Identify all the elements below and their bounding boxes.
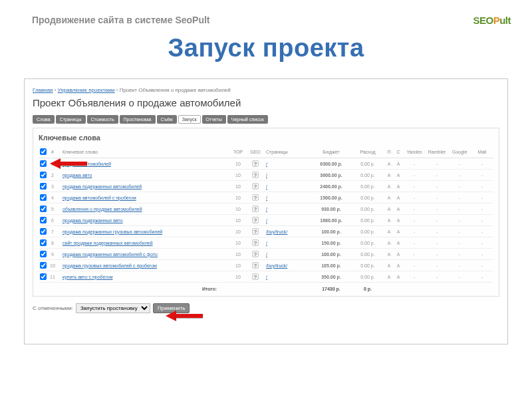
row-checkbox[interactable] (40, 160, 47, 167)
keyword-link[interactable]: продажа автомобилей с пробегом (63, 196, 136, 200)
row-number: 5 (48, 203, 57, 215)
totals-label: Итого: (39, 283, 230, 294)
row-checkbox[interactable] (40, 172, 47, 178)
geo-help-icon[interactable]: ? (252, 172, 259, 178)
row-top: 10 (230, 271, 246, 283)
row-checkbox[interactable] (40, 273, 47, 280)
seopult-logo: SEOPult (473, 15, 511, 26)
row-c: А (394, 271, 403, 283)
row-mail: - (471, 271, 493, 283)
page-link[interactable]: / (266, 241, 267, 245)
table-row: 3продажа подержанных автомобилей10?/2400… (39, 181, 493, 192)
page-link[interactable]: / (266, 173, 267, 178)
geo-help-icon[interactable]: ? (252, 160, 259, 167)
breadcrumb-current: Проект Объявления о продаже автомобилей (120, 87, 231, 93)
row-spend: 0.00 р. (351, 215, 384, 226)
keyword-link[interactable]: сайт продажи подержанных автомобилей (63, 241, 153, 245)
breadcrumb-home[interactable]: Главная (33, 87, 53, 93)
row-checkbox[interactable] (40, 183, 47, 190)
row-rambler: - (426, 226, 448, 237)
tab-черный список[interactable]: Черный список (227, 115, 268, 124)
geo-help-icon[interactable]: ? (252, 194, 259, 201)
table-row: 11купить авто с пробегом10?/350.00 р.0.0… (39, 271, 493, 283)
page-link[interactable]: / (266, 184, 267, 189)
row-checkbox[interactable] (40, 228, 47, 235)
page-link[interactable]: / (266, 252, 267, 257)
row-checkbox[interactable] (40, 251, 47, 257)
geo-help-icon[interactable]: ? (252, 273, 259, 280)
row-checkbox[interactable] (40, 262, 47, 269)
row-spend: 0.00 р. (351, 260, 384, 271)
row-rambler: - (426, 271, 448, 283)
keyword-link[interactable]: продажа авто (63, 173, 92, 178)
geo-help-icon[interactable]: ? (252, 228, 259, 235)
row-c: А (394, 203, 403, 215)
row-yandex: - (403, 271, 426, 283)
row-checkbox[interactable] (40, 239, 47, 246)
page-link[interactable]: / (266, 196, 267, 200)
bulk-actions-label: С отмеченными: (33, 305, 73, 311)
keyword-link[interactable]: продажа подержанных грузовых автомобилей (63, 229, 162, 234)
row-p: А (384, 170, 394, 181)
row-spend: 0.00 р. (351, 271, 384, 283)
row-mail: - (471, 226, 493, 237)
tab-съём[interactable]: Съём (157, 115, 177, 124)
table-row: 7продажа подержанных грузовых автомобиле… (39, 226, 493, 237)
row-mail: - (471, 170, 493, 181)
row-yandex: - (403, 181, 426, 192)
page-link[interactable]: /buy/truck/ (266, 263, 287, 268)
tab-страницы[interactable]: Страницы (56, 115, 86, 124)
row-p: А (384, 181, 394, 192)
row-p: А (384, 203, 394, 215)
row-spend: 0.00 р. (351, 181, 384, 192)
keyword-link[interactable]: продажа подержанных авто (63, 218, 123, 223)
geo-help-icon[interactable]: ? (252, 183, 259, 190)
col-p: П (384, 146, 394, 158)
row-top: 10 (230, 203, 246, 215)
keyword-link[interactable]: продажа подержанных автомобилей с фото (63, 252, 158, 257)
row-number: 9 (48, 249, 57, 260)
row-mail: - (471, 249, 493, 260)
slide-caption: Продвижение сайта в системе SeoPult (32, 15, 210, 25)
geo-help-icon[interactable]: ? (252, 239, 259, 246)
row-rambler: - (426, 192, 448, 203)
page-link[interactable]: / (266, 207, 267, 211)
keyword-link[interactable]: объявления о продаже автомобилей (63, 207, 142, 211)
tab-слова[interactable]: Слова (33, 115, 55, 124)
bulk-action-select[interactable]: Запустить простановку (76, 303, 150, 313)
apply-button[interactable]: Применить (153, 303, 190, 313)
tab-отчеты[interactable]: Отчеты (202, 115, 226, 124)
row-rambler: - (426, 158, 448, 170)
geo-help-icon[interactable]: ? (252, 251, 259, 257)
col-num: # (48, 146, 57, 158)
breadcrumb-mgmt[interactable]: Управление проектами (58, 87, 115, 93)
row-top: 10 (230, 170, 246, 181)
geo-help-icon[interactable]: ? (252, 262, 259, 269)
tab-запуск[interactable]: Запуск (178, 115, 201, 124)
keyword-link[interactable]: продажа грузовых автомобилей с пробегом (63, 263, 157, 268)
page-link[interactable]: /buy/truck/ (266, 229, 287, 234)
geo-help-icon[interactable]: ? (252, 205, 259, 212)
row-c: А (394, 181, 403, 192)
row-number: 1 (48, 158, 57, 170)
row-checkbox[interactable] (40, 217, 47, 223)
keyword-link[interactable]: купить авто с пробегом (63, 275, 113, 279)
row-p: А (384, 271, 394, 283)
table-row: 4продажа автомобилей с пробегом10?/1500.… (39, 192, 493, 203)
keywords-section: Ключевые слова # Ключевое слово ТОР GEO … (33, 128, 499, 297)
row-budget: 1500.00 р. (311, 192, 351, 203)
select-all-checkbox[interactable] (40, 148, 47, 155)
row-budget: 3600.00 р. (311, 170, 351, 181)
page-link[interactable]: / (266, 218, 267, 223)
row-checkbox[interactable] (40, 205, 47, 212)
tab-стоимость[interactable]: Стоимость (87, 115, 118, 124)
keyword-link[interactable]: продажа автомобилей (63, 162, 111, 166)
tab-простановка[interactable]: Простановка (120, 115, 156, 124)
row-checkbox[interactable] (40, 194, 47, 201)
page-link[interactable]: / (266, 162, 267, 166)
page-link[interactable]: / (266, 275, 267, 279)
geo-help-icon[interactable]: ? (252, 217, 259, 223)
row-c: А (394, 260, 403, 271)
row-rambler: - (426, 170, 448, 181)
keyword-link[interactable]: продажа подержанных автомобилей (63, 184, 142, 189)
